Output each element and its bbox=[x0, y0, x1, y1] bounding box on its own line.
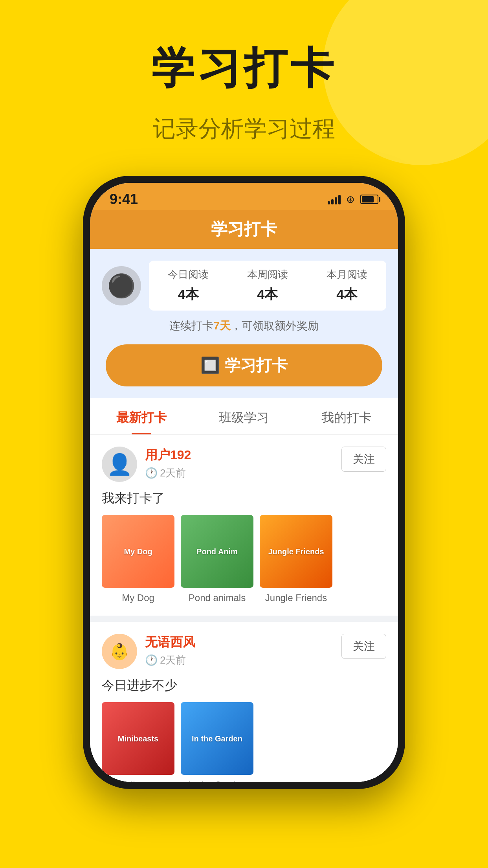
phone-screen: 9:41 ⊛ 学习打卡 bbox=[90, 183, 398, 782]
wifi-icon: ⊛ bbox=[346, 193, 355, 206]
post-meta-2: 无语西风 🕐 2天前 bbox=[145, 634, 334, 667]
stat-month-value: 4本 bbox=[311, 285, 382, 303]
book-item-1[interactable]: My Dog My Dog bbox=[102, 515, 174, 604]
book-item-2[interactable]: Pond Anim Pond animals bbox=[181, 515, 253, 604]
streak-post: ，可领取额外奖励 bbox=[231, 320, 319, 332]
app-header-title: 学习打卡 bbox=[90, 218, 398, 240]
post-content-2: 今日进步不少 bbox=[102, 677, 386, 694]
status-icons: ⊛ bbox=[328, 193, 378, 206]
post-username-2: 无语西风 bbox=[145, 634, 334, 651]
clock-icon-1: 🕐 bbox=[145, 467, 158, 479]
stat-today: 今日阅读 4本 bbox=[149, 261, 228, 311]
user-avatar: ⚫ bbox=[102, 266, 141, 305]
post-avatar-1: 👤 bbox=[102, 447, 137, 482]
signal-bar-3 bbox=[335, 197, 337, 204]
streak-banner: 连续打卡7天，可领取额外奖励 bbox=[90, 318, 398, 340]
checkin-button[interactable]: 🔲 学习打卡 bbox=[106, 344, 382, 386]
book-cover-label-4: Minibeasts bbox=[115, 731, 161, 747]
streak-highlight: 7天 bbox=[213, 320, 231, 332]
book-item-3[interactable]: Jungle Friends Jungle Friends bbox=[260, 515, 332, 604]
tab-class[interactable]: 班级学习 bbox=[193, 398, 295, 434]
stat-month: 本月阅读 4本 bbox=[307, 261, 386, 311]
book-cover-my-dog: My Dog bbox=[102, 515, 174, 588]
post-username-1: 用户192 bbox=[145, 447, 334, 464]
signal-bar-2 bbox=[331, 199, 334, 204]
book-title-2: Pond animals bbox=[181, 592, 253, 604]
stat-today-label: 今日阅读 bbox=[153, 268, 224, 281]
app-header: 学习打卡 bbox=[90, 210, 398, 249]
book-cover-label-5: In the Garden bbox=[189, 731, 246, 747]
phone-outer: 9:41 ⊛ 学习打卡 bbox=[83, 176, 405, 789]
feed-area: 👤 用户192 🕐 2天前 关注 我来打卡了 bbox=[90, 435, 398, 782]
book-title-4: Minibeasts bbox=[102, 779, 174, 782]
book-item-5[interactable]: In the Garden In the Garden bbox=[181, 702, 253, 782]
signal-icon bbox=[328, 194, 341, 204]
book-cover-label-1: My Dog bbox=[121, 544, 155, 559]
post-card-2: 👶 无语西风 🕐 2天前 关注 今日进步不少 bbox=[90, 622, 398, 782]
signal-bar-4 bbox=[338, 195, 341, 204]
book-title-3: Jungle Friends bbox=[260, 592, 332, 604]
book-title-5: In the Garden bbox=[181, 779, 253, 782]
post-header-2: 👶 无语西风 🕐 2天前 关注 bbox=[102, 634, 386, 669]
book-cover-pond: Pond Anim bbox=[181, 515, 253, 588]
tab-latest[interactable]: 最新打卡 bbox=[90, 398, 193, 434]
stats-grid: 今日阅读 4本 本周阅读 4本 本月阅读 4本 bbox=[149, 261, 386, 311]
stat-month-label: 本月阅读 bbox=[311, 268, 382, 281]
stat-today-value: 4本 bbox=[153, 285, 224, 303]
book-cover-garden: In the Garden bbox=[181, 702, 253, 775]
status-bar: 9:41 ⊛ bbox=[90, 183, 398, 210]
books-grid-2: Minibeasts Minibeasts In the Garden In t… bbox=[102, 702, 386, 782]
follow-button-2[interactable]: 关注 bbox=[341, 634, 386, 659]
phone-wrapper: 9:41 ⊛ 学习打卡 bbox=[0, 176, 488, 789]
page-subtitle: 记录分析学习过程 bbox=[0, 114, 488, 144]
checkin-button-wrap: 🔲 学习打卡 bbox=[90, 340, 398, 398]
post-header-1: 👤 用户192 🕐 2天前 关注 bbox=[102, 447, 386, 482]
books-grid-1: My Dog My Dog Pond Anim Pond animals bbox=[102, 515, 386, 604]
clock-icon-2: 🕐 bbox=[145, 654, 158, 666]
stat-week-label: 本周阅读 bbox=[232, 268, 303, 281]
battery-fill bbox=[362, 196, 374, 202]
checkin-icon: 🔲 bbox=[200, 356, 220, 375]
follow-button-1[interactable]: 关注 bbox=[341, 447, 386, 472]
book-cover-label-2: Pond Anim bbox=[193, 544, 241, 559]
book-cover-label-3: Jungle Friends bbox=[265, 544, 327, 559]
tab-bar: 最新打卡 班级学习 我的打卡 bbox=[90, 398, 398, 435]
post-meta-1: 用户192 🕐 2天前 bbox=[145, 447, 334, 480]
streak-pre: 连续打卡 bbox=[169, 320, 213, 332]
status-time: 9:41 bbox=[110, 191, 138, 208]
stat-week-value: 4本 bbox=[232, 285, 303, 303]
avatar-icon: ⚫ bbox=[107, 272, 136, 299]
checkin-label: 学习打卡 bbox=[225, 355, 288, 376]
book-cover-jungle: Jungle Friends bbox=[260, 515, 332, 588]
post-card-1: 👤 用户192 🕐 2天前 关注 我来打卡了 bbox=[90, 435, 398, 616]
tab-mine[interactable]: 我的打卡 bbox=[295, 398, 398, 434]
post-time-1: 🕐 2天前 bbox=[145, 466, 334, 480]
post-content-1: 我来打卡了 bbox=[102, 490, 386, 507]
book-cover-mini: Minibeasts bbox=[102, 702, 174, 775]
stat-week: 本周阅读 4本 bbox=[228, 261, 308, 311]
battery-icon bbox=[360, 195, 378, 204]
avatar-placeholder-icon-1: 👤 bbox=[107, 452, 132, 476]
book-title-1: My Dog bbox=[102, 592, 174, 604]
post-avatar-2: 👶 bbox=[102, 634, 137, 669]
book-item-4[interactable]: Minibeasts Minibeasts bbox=[102, 702, 174, 782]
signal-bar-1 bbox=[328, 201, 330, 204]
stats-card: ⚫ 今日阅读 4本 本周阅读 4本 本月阅读 4本 bbox=[90, 249, 398, 318]
post-time-2: 🕐 2天前 bbox=[145, 653, 334, 667]
page-main-title: 学习打卡 bbox=[0, 39, 488, 98]
page-hero: 学习打卡 记录分析学习过程 bbox=[0, 0, 488, 144]
